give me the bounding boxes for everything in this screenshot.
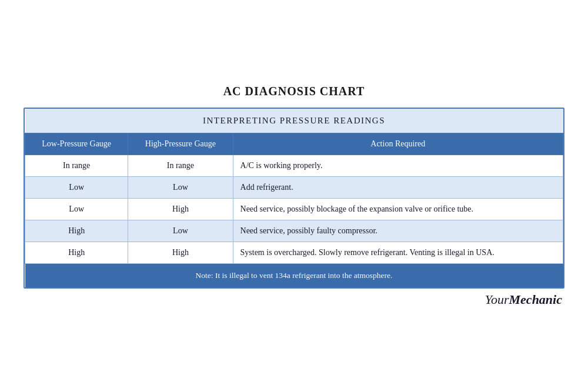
- cell-action: A/C is working properly.: [233, 155, 563, 177]
- section-header: INTERPRETING PRESSURE READINGS: [25, 109, 563, 133]
- col-header-action: Action Required: [233, 133, 563, 155]
- cell-high-pressure: Low: [128, 177, 233, 199]
- cell-low-pressure: In range: [25, 155, 128, 177]
- logo-mechanic: Mechanic: [509, 292, 562, 307]
- cell-low-pressure: High: [25, 242, 128, 264]
- table-row: LowLowAdd refrigerant.: [25, 177, 563, 199]
- diagnosis-table-wrapper: INTERPRETING PRESSURE READINGS Low-Press…: [24, 108, 564, 289]
- section-header-row: INTERPRETING PRESSURE READINGS: [25, 109, 563, 133]
- cell-high-pressure: In range: [128, 155, 233, 177]
- cell-action: Need service, possibly blockage of the e…: [233, 199, 563, 220]
- cell-low-pressure: Low: [25, 177, 128, 199]
- cell-high-pressure: Low: [128, 220, 233, 242]
- logo-row: YourMechanic: [24, 292, 564, 307]
- col-header-low: Low-Pressure Gauge: [25, 133, 128, 155]
- column-header-row: Low-Pressure Gauge High-Pressure Gauge A…: [25, 133, 563, 155]
- cell-action: Need service, possibly faulty compressor…: [233, 220, 563, 242]
- cell-high-pressure: High: [128, 199, 233, 220]
- cell-action: Add refrigerant.: [233, 177, 563, 199]
- cell-low-pressure: Low: [25, 199, 128, 220]
- table-row: LowHighNeed service, possibly blockage o…: [25, 199, 563, 220]
- logo: YourMechanic: [485, 292, 562, 307]
- diagnosis-table: INTERPRETING PRESSURE READINGS Low-Press…: [25, 109, 563, 287]
- col-header-high: High-Pressure Gauge: [128, 133, 233, 155]
- logo-your: Your: [485, 292, 509, 307]
- cell-action: System is overcharged. Slowly remove ref…: [233, 242, 563, 264]
- table-row: HighHighSystem is overcharged. Slowly re…: [25, 242, 563, 264]
- table-row: HighLowNeed service, possibly faulty com…: [25, 220, 563, 242]
- table-row: In rangeIn rangeA/C is working properly.: [25, 155, 563, 177]
- note-text: Note: It is illegal to vent 134a refrige…: [25, 264, 563, 288]
- cell-high-pressure: High: [128, 242, 233, 264]
- cell-low-pressure: High: [25, 220, 128, 242]
- note-row: Note: It is illegal to vent 134a refrige…: [25, 264, 563, 288]
- page-title: AC DIAGNOSIS CHART: [223, 85, 365, 98]
